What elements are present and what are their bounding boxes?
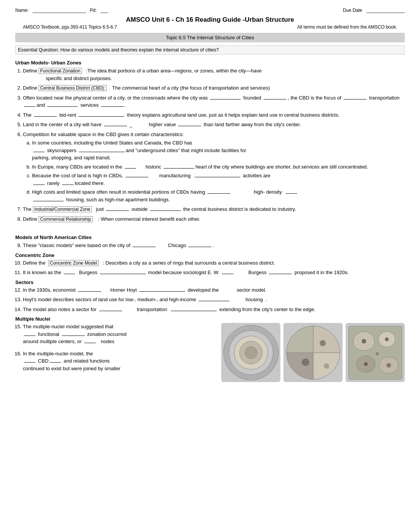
- blank: [78, 291, 101, 292]
- svg-point-15: [385, 337, 389, 341]
- name-pd-fields: Name: _____________________ Pd: ___: [15, 8, 108, 13]
- sub-list-6: In some countries, including the United …: [32, 139, 405, 203]
- pd-blank: ___: [101, 8, 108, 13]
- concentric-diagram: [221, 323, 280, 382]
- blank: [47, 106, 78, 107]
- due-blank: _______________: [367, 8, 405, 13]
- concentric-list: Define the Concentric Zone Model : Descr…: [23, 259, 405, 276]
- blank: [33, 152, 45, 152]
- blank: [100, 274, 146, 274]
- svg-point-7: [302, 358, 309, 366]
- svg-point-4: [245, 347, 257, 359]
- due-label: Due Date: [343, 8, 362, 13]
- blank: [126, 177, 148, 177]
- multiple-nuclei-heading: Multiple Nuclei: [15, 316, 405, 322]
- section2-list: These "classic models" were based on the…: [23, 242, 405, 249]
- blank: [79, 116, 124, 117]
- concentric-heading: Concentric Zone: [15, 252, 405, 258]
- blank: [33, 185, 45, 185]
- list-item: Define Commensal Relationship : When com…: [23, 215, 405, 223]
- blank: [195, 177, 240, 177]
- blank: [208, 193, 230, 194]
- term-concentric: Concentric Zone Model: [48, 260, 99, 266]
- blank: [34, 116, 57, 117]
- blank: [210, 99, 241, 100]
- term-commensal: Commensal Relationship: [39, 216, 92, 222]
- section1-list: Define Functional Zonation :The idea tha…: [23, 67, 405, 223]
- main-title: AMSCO Unit 6 - Ch 16 Reading Guide -Urba…: [15, 16, 405, 24]
- term-functional-zonation: Functional Zonation: [39, 68, 82, 74]
- blank: [62, 336, 85, 336]
- concentric-svg: [222, 324, 280, 381]
- list-item: Define Central Business District (CBD): …: [23, 84, 405, 92]
- svg-point-8: [324, 363, 329, 369]
- sectors-heading: Sectors: [15, 279, 405, 285]
- list-item-9: These "classic models" were based on the…: [23, 242, 405, 249]
- continuation-text: specific and distinct purposes.: [46, 75, 405, 82]
- list-item-13: Hoyt's model describes sectors of land u…: [23, 296, 405, 303]
- blank: [188, 247, 211, 247]
- blank: [64, 274, 75, 274]
- blank: [139, 291, 185, 292]
- name-label: Name:: [15, 8, 29, 13]
- term-industrial-zone: Industrial/Commercial Zone: [33, 206, 92, 212]
- textbook-ref: AMSCO Textbook, pgs.393-411 Topics 6.5-6…: [23, 24, 117, 30]
- blank: [286, 193, 297, 194]
- blank: [269, 274, 292, 274]
- section2-heading: Models of North American Cities: [15, 234, 405, 240]
- blank: [101, 106, 124, 107]
- svg-point-18: [376, 352, 379, 355]
- blank: [106, 210, 129, 211]
- multi-nuclei-diagram: [346, 323, 405, 382]
- multiple-nuclei-content: The multiple-nuclei model suggested that…: [15, 323, 405, 382]
- blank: [24, 106, 35, 107]
- svg-point-14: [362, 339, 366, 344]
- list-item: The Industrial/Commercial Zone just outs…: [23, 206, 405, 213]
- term-cbd: Central Business District (CBD):: [39, 85, 107, 91]
- section1-heading: Urban Models- Urban Zones: [15, 60, 405, 66]
- sub-list-item-c: Because the cost of land is high in CBDs…: [32, 172, 405, 187]
- sector-svg: [285, 324, 342, 381]
- blank: [344, 99, 367, 100]
- blank: [164, 168, 194, 169]
- blank: [50, 362, 61, 363]
- blank: [264, 99, 286, 100]
- list-item-12: In the 1930s, economist Homer Hoyt devel…: [23, 286, 405, 294]
- sub-list-item-b: In Europe, many CBDs are located in the …: [32, 163, 405, 171]
- list-item-16: In the multiple-nuclei model, the CBD an…: [23, 350, 212, 372]
- blank: [62, 185, 74, 185]
- blank: [84, 343, 96, 343]
- svg-point-6: [320, 340, 326, 346]
- blank: [79, 152, 125, 152]
- list-item: Define Functional Zonation :The idea tha…: [23, 67, 405, 82]
- title-section: AMSCO Unit 6 - Ch 16 Reading Guide -Urba…: [15, 16, 405, 30]
- pd-label: Pd:: [90, 8, 97, 13]
- terms-note: All terms must be defined from the AMSCO…: [297, 24, 397, 30]
- essential-question: Essential Question: How do various model…: [15, 45, 405, 55]
- blank: [125, 168, 136, 169]
- blank: [133, 247, 156, 247]
- subtitle-row: AMSCO Textbook, pgs.393-411 Topics 6.5-6…: [15, 24, 405, 30]
- multiple-nuclei-list: The multiple-nuclei model suggested that…: [23, 323, 212, 372]
- list-item: The bid-rent theory explains agricultura…: [23, 111, 405, 119]
- list-item: Competition for valuable space in the CB…: [23, 131, 405, 204]
- blank: [33, 201, 64, 201]
- blank: [171, 311, 217, 311]
- blank: [99, 311, 122, 311]
- list-item: Often located near the physical center o…: [23, 94, 405, 109]
- list-item-11: It is known as the Burgess model because…: [23, 269, 405, 276]
- list-item-14: The model also notes a sector for transp…: [23, 306, 405, 313]
- name-blank: _____________________: [32, 8, 86, 13]
- sub-list-item-a: In some countries, including the United …: [32, 139, 405, 162]
- blank: [104, 126, 127, 126]
- multi-nuclei-svg: [347, 324, 404, 381]
- blank: [222, 274, 233, 274]
- svg-point-17: [386, 363, 391, 368]
- list-item: Land in the center of a city will have _…: [23, 121, 405, 128]
- blank: [24, 336, 35, 336]
- header: Name: _____________________ Pd: ___ Due …: [15, 8, 405, 13]
- blank: [199, 301, 229, 301]
- sub-list-item-d: High costs and limited space often resul…: [32, 188, 405, 203]
- blank: [150, 210, 181, 211]
- blank: [178, 126, 201, 126]
